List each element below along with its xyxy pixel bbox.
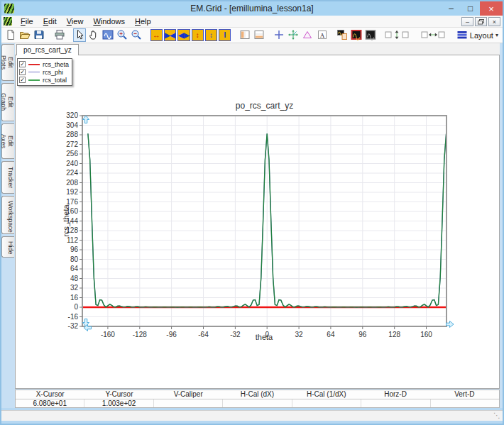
menu-edit[interactable]: Edit xyxy=(38,16,62,27)
sidebar-tab-edit-plots[interactable]: Edit Plots xyxy=(1,44,14,81)
resize-grip[interactable]: ⋱ xyxy=(493,412,500,419)
app-window: EM.Grid - [emillumina_lesson1a] – □ × Fi… xyxy=(0,0,504,425)
pan-tool-button[interactable] xyxy=(87,28,100,42)
legend-label: rcs_total xyxy=(43,77,67,84)
layout-bars-icon xyxy=(456,29,468,42)
polygon-tool-button[interactable] xyxy=(301,28,314,42)
expand-y-icon: ↕ xyxy=(196,32,199,39)
zoom-region-tool-button[interactable] xyxy=(102,28,114,42)
legend-line-sample xyxy=(28,64,40,65)
save-button[interactable] xyxy=(33,28,45,42)
expand-x-button[interactable]: ↔ xyxy=(150,29,163,41)
sidebar-tab-tracker[interactable]: Tracker xyxy=(1,161,14,194)
cursor-column-header: H-Cal (dX) xyxy=(223,390,292,399)
zoom-out-tool-icon xyxy=(131,29,142,42)
menu-file[interactable]: File xyxy=(16,16,38,27)
plot-page: 3203042882722562402242081921761601441281… xyxy=(15,55,500,389)
toolbar-separator xyxy=(46,35,52,35)
sidebar-tab-edit-graph[interactable]: Edit Graph xyxy=(1,83,14,121)
svg-text:A: A xyxy=(319,31,324,38)
tracker-axes-icon xyxy=(287,29,299,42)
tracker-axes-button[interactable] xyxy=(287,28,300,42)
svg-text:288: 288 xyxy=(66,131,78,138)
legend: ✓rcs_theta✓rcs_phi✓rcs_total xyxy=(17,58,72,86)
legend-row-rcs_total[interactable]: ✓rcs_total xyxy=(19,76,69,84)
axis-handle-bottom-right[interactable] xyxy=(447,321,454,328)
cursor-value-cell: 1.003e+02 xyxy=(84,399,153,407)
add-cursor-button[interactable] xyxy=(273,28,285,42)
open-file-icon xyxy=(19,29,31,42)
toolbar-separator xyxy=(410,35,420,35)
svg-text:80: 80 xyxy=(70,255,79,263)
match-height-button[interactable] xyxy=(384,28,410,42)
minimize-button[interactable]: – xyxy=(442,1,461,16)
legend-row-rcs_theta[interactable]: ✓rcs_theta xyxy=(19,60,69,68)
svg-text:-160: -160 xyxy=(101,331,115,338)
open-file-button[interactable] xyxy=(18,28,31,42)
svg-text:208: 208 xyxy=(66,179,78,187)
compress-y-button[interactable]: ↕ xyxy=(205,29,217,41)
layout-menu-button[interactable]: Layout▾ xyxy=(453,28,502,42)
toolbar-separator xyxy=(144,35,150,35)
plot-style-red-icon xyxy=(351,29,362,42)
sidebar-tabs: Edit PlotsEdit GraphEdit AxesTrackerWork… xyxy=(1,44,15,408)
axis-handle-bottom-left-v[interactable] xyxy=(83,319,89,327)
svg-text:160: 160 xyxy=(420,331,432,338)
legend-checkbox-rcs_phi[interactable]: ✓ xyxy=(19,69,26,75)
print-button[interactable] xyxy=(53,28,66,42)
svg-text:-128: -128 xyxy=(133,331,147,338)
zoom-in-tool-icon xyxy=(116,29,128,42)
save-icon xyxy=(33,29,45,42)
toolbar-separator xyxy=(266,35,272,35)
mdi-restore-button[interactable] xyxy=(475,17,487,26)
maximize-button[interactable]: □ xyxy=(461,1,480,16)
close-button[interactable]: × xyxy=(480,1,503,16)
menu-view[interactable]: View xyxy=(62,16,89,27)
title-bar: EM.Grid - [emillumina_lesson1a] – □ × xyxy=(1,1,503,16)
mdi-minimize-button[interactable]: – xyxy=(461,17,473,26)
new-file-button[interactable] xyxy=(4,28,17,42)
toolbar: ↔▶◀◀▶↕↕ΙALayout▾ xyxy=(1,28,503,43)
svg-text:-32: -32 xyxy=(230,331,241,338)
plot-style-dark-button[interactable] xyxy=(364,28,377,42)
menu-windows[interactable]: Windows xyxy=(88,16,130,27)
mdi-close-button[interactable]: × xyxy=(488,17,500,26)
legend-row-rcs_phi[interactable]: ✓rcs_phi xyxy=(19,68,69,76)
svg-text:256: 256 xyxy=(66,150,78,158)
center-y-button[interactable]: Ι xyxy=(219,29,231,41)
plot-style-red-button[interactable] xyxy=(350,28,363,42)
cursor-value-cell xyxy=(292,399,361,407)
svg-text:96: 96 xyxy=(358,331,367,338)
cursor-readout-table: X-CursorY-CursorV-CaliperH-Cal (dX)H-Cal… xyxy=(15,390,500,408)
compress-x-button[interactable]: ▶◀ xyxy=(164,29,176,41)
document-logo-icon xyxy=(4,17,12,26)
split-vertical-button[interactable] xyxy=(239,28,251,42)
legend-line-sample xyxy=(28,79,40,81)
dropdown-arrow-icon: ▾ xyxy=(495,32,498,38)
document-tab[interactable]: po_rcs_cart_yz xyxy=(16,44,79,55)
axis-handle-top-left[interactable] xyxy=(83,116,89,123)
legend-checkbox-rcs_total[interactable]: ✓ xyxy=(19,77,26,83)
text-tool-button[interactable]: A xyxy=(315,28,328,42)
copy-plot-button[interactable] xyxy=(336,28,349,42)
sidebar-tab-workspace[interactable]: Workspace xyxy=(1,196,14,234)
pan-tool-icon xyxy=(88,29,99,42)
toolbar-separator xyxy=(67,35,72,35)
layout-label: Layout xyxy=(470,31,493,40)
pointer-tool-button[interactable] xyxy=(73,28,86,42)
zoom-in-tool-button[interactable] xyxy=(116,28,128,42)
sidebar-tab-hide[interactable]: Hide xyxy=(1,236,14,258)
svg-text:320: 320 xyxy=(66,111,78,119)
cursor-value-cell xyxy=(430,399,499,407)
legend-checkbox-rcs_theta[interactable]: ✓ xyxy=(19,61,26,67)
svg-text:304: 304 xyxy=(66,121,78,129)
split-horizontal-button[interactable] xyxy=(253,28,265,42)
expand-y-button[interactable]: ↕ xyxy=(192,29,204,41)
legend-line-sample xyxy=(28,72,40,72)
sidebar-tab-edit-axes[interactable]: Edit Axes xyxy=(1,123,14,159)
match-width-button[interactable] xyxy=(420,28,446,42)
cursor-column-header: H-Cal (1/dX) xyxy=(292,390,361,399)
center-x-button[interactable]: ◀▶ xyxy=(177,29,190,41)
zoom-out-tool-button[interactable] xyxy=(130,28,143,42)
menu-help[interactable]: Help xyxy=(130,16,156,27)
